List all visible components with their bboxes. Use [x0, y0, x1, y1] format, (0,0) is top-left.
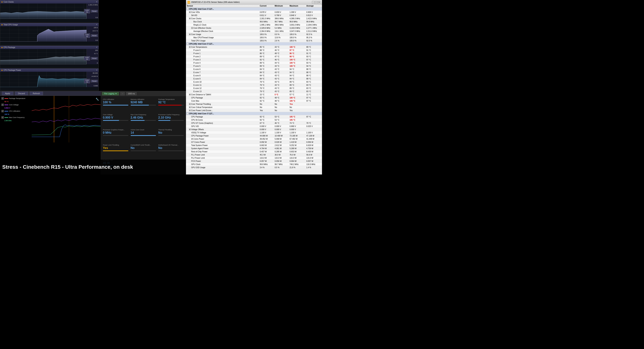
- row-sensor-2-15: GPU Clock: [187, 163, 260, 165]
- row-sensor-2-2: CPU GT Cores (Graphics): [187, 122, 260, 124]
- legend-max-core-freq: ✓ Max Core Frequency: [2, 116, 25, 119]
- total-cpu-min-val: 0.0: [96, 39, 98, 41]
- cpu-package-graph-content: [0, 49, 86, 64]
- hwinfo-panel: HW HWiNFO32 v7.22-4731 Sensor Status (20…: [186, 0, 322, 175]
- file-logging-menu-button[interactable]: ···: [120, 92, 124, 95]
- row-avg-2-3: 0.025 V: [306, 125, 321, 127]
- row-avg-1-2: 91 °C: [306, 52, 321, 55]
- cpu-package-power-close[interactable]: ✕: [96, 69, 98, 71]
- row-avg-2-13: 115.0 W: [306, 157, 321, 159]
- row-sensor-2-12: PL1 Power Limit: [187, 154, 260, 156]
- hwinfo-section-2: − CPU [#0]: Intel Core i7-127...: [186, 112, 322, 115]
- total-cpu-pct-val: 100.0 %: [92, 30, 98, 32]
- core-clocks-graph-content: [0, 4, 86, 19]
- cpu-package-power-sidebar: 80.000 44.806 W Auto Fit Reset 0.000: [86, 72, 98, 87]
- row-min-2-16: 0.5 %: [275, 166, 290, 169]
- hwinfo-row-1-19: ▶ Core Critical Temperature No No No: [186, 106, 322, 109]
- row-label-1-13: E-core 12: [194, 87, 202, 89]
- row-current-1-11: 79 °C: [260, 81, 275, 83]
- interval-dropdown[interactable]: 1000 ms: [126, 92, 136, 95]
- row-expand-1-0[interactable]: ▶: [189, 46, 191, 48]
- row-avg-1-7: 88 °C: [306, 68, 321, 70]
- legend-core-voltage-checkbox[interactable]: ✓: [2, 104, 4, 106]
- row-expand-0-0[interactable]: ▶: [189, 11, 191, 13]
- core-clocks-autofit-button[interactable]: Auto Fit: [84, 9, 90, 14]
- cpu-package-titlebar: ▣ CPU Package ✕: [0, 46, 98, 49]
- legend-cpu-util-label: CPU Utilization: [9, 110, 20, 112]
- legend-package-temp-checkbox[interactable]: ✓: [2, 97, 4, 100]
- row-expand-1-20[interactable]: ▶: [189, 109, 191, 111]
- row-label-2-1: CPU IA Cores: [191, 119, 203, 121]
- row-label-2-14: PCH Power: [191, 160, 201, 162]
- hwinfo-minimize-button[interactable]: −: [312, 1, 314, 4]
- row-expand-2-4[interactable]: ▶: [189, 128, 191, 130]
- core-clocks-close[interactable]: ✕: [96, 1, 98, 3]
- row-max-2-7: 67.482 W: [290, 138, 306, 140]
- stat-mem-util-value: 9240 MB: [131, 101, 156, 104]
- cpu-package-autofit-button[interactable]: Auto Fit: [84, 56, 90, 61]
- row-label-1-10: E-core 9: [194, 78, 200, 80]
- total-cpu-reset-button[interactable]: Reset: [91, 34, 98, 37]
- row-sensor-2-16: GPU D3D Usage: [187, 166, 260, 169]
- stat-thermal-value: No: [158, 131, 184, 134]
- total-cpu-autofit-button[interactable]: Auto Fit: [84, 33, 90, 38]
- row-label-1-14: E-core 13: [194, 90, 202, 93]
- apply-bar-left: Apply Discard Refresh: [2, 92, 43, 95]
- row-max-0-9: 100.0 %: [290, 40, 306, 42]
- stat-proc-cache-freq-bar: [158, 120, 184, 121]
- cpu-package-power-autofit-button[interactable]: Auto Fit: [84, 79, 90, 83]
- stat-power-limit-label: Power Limit Throttling: [103, 144, 128, 146]
- section-expand-1[interactable]: −: [187, 43, 188, 45]
- section-expand-0[interactable]: −: [187, 8, 188, 10]
- row-current-1-3: 89 °C: [260, 56, 275, 58]
- row-min-2-13: 115.0 W: [275, 157, 290, 159]
- row-max-1-18: Yes: [290, 103, 306, 105]
- row-avg-2-14: 0.057 W: [306, 160, 321, 162]
- row-current-1-0: 85 °C: [260, 46, 275, 48]
- cpu-package-close[interactable]: ✕: [96, 47, 98, 48]
- legend-cpu-util-checkbox[interactable]: ✓: [2, 110, 4, 112]
- apply-button[interactable]: Apply: [2, 92, 14, 95]
- row-expand-1-19[interactable]: ▶: [189, 106, 191, 108]
- row-max-2-15: 748.2 MHz: [290, 163, 306, 165]
- section-expand-2[interactable]: −: [187, 113, 188, 115]
- row-current-1-7: 84 °C: [260, 68, 275, 70]
- core-clocks-reset-button[interactable]: Reset: [91, 10, 98, 13]
- row-min-1-11: 43 °C: [275, 81, 290, 83]
- cpu-package-power-reset-button[interactable]: Reset: [91, 80, 98, 82]
- row-avg-2-10: 4.759 W: [306, 147, 321, 150]
- row-avg-0-9: 92.5 %: [306, 40, 321, 42]
- row-sensor-0-4: Ring/LLC Clock: [187, 24, 260, 26]
- stat-proc-graphics-freq: Processor Graphics Freque... 0 MHz: [102, 128, 129, 143]
- row-max-1-13: 89 °C: [290, 87, 306, 89]
- row-min-2-9: 2.612 W: [275, 144, 290, 146]
- stat-pkg-temp-value: 92 °C: [158, 101, 184, 104]
- row-avg-1-8: 88 °C: [306, 71, 321, 74]
- row-expand-1-18[interactable]: ▶: [189, 103, 191, 105]
- row-expand-0-7[interactable]: ▶: [189, 33, 191, 35]
- stat-power-limit-value: Yes: [103, 146, 128, 150]
- stat-mem-util-bar-fill: [131, 105, 149, 106]
- row-expand-0-2[interactable]: ▶: [189, 18, 191, 20]
- cpu-package-reset-button[interactable]: Reset: [91, 57, 98, 60]
- row-label-1-9: E-core 8: [194, 75, 200, 77]
- row-max-2-13: 115.0 W: [290, 157, 306, 159]
- overlay-graph-window: 🔧 ✓ Package Temperature 93 °C ✓ Core Vol…: [0, 96, 100, 142]
- row-expand-0-5[interactable]: ▶: [191, 27, 193, 29]
- discard-button[interactable]: Discard: [15, 92, 28, 95]
- row-current-2-2: 67 °C: [260, 122, 275, 124]
- row-label-1-19: Core Critical Temperature: [191, 106, 212, 108]
- row-expand-1-15[interactable]: ▶: [189, 94, 191, 96]
- hwinfo-close-button[interactable]: ✕: [318, 1, 320, 4]
- row-max-0-6: 3,047.0 MHz: [290, 30, 306, 32]
- hwinfo-restore-button[interactable]: □: [315, 1, 318, 4]
- stat-power-limit-throttling: Power Limit Throttling Yes: [102, 143, 129, 158]
- stat-thermal-throttling: Thermal Throttling No: [158, 128, 184, 143]
- row-min-2-1: 53 °C: [275, 119, 290, 121]
- total-cpu-close[interactable]: ✕: [96, 24, 98, 26]
- row-avg-1-9: 88 °C: [306, 75, 321, 77]
- legend-max-core-freq-checkbox[interactable]: ✓: [2, 116, 4, 119]
- file-logging-button[interactable]: File Logging ▼: [102, 92, 119, 95]
- stat-mobo-vr-label: Motherboard VR Thermal...: [158, 144, 184, 146]
- refresh-button[interactable]: Refresh: [30, 92, 43, 95]
